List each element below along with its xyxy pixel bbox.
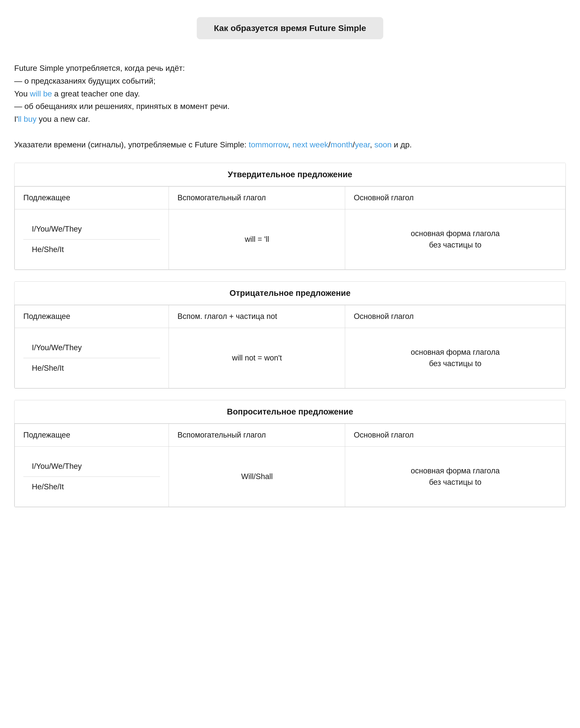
int-aux-cell: Will/Shall	[169, 446, 345, 507]
neg-main-line1: основная форма глагола	[411, 348, 500, 357]
neg-subject-cell: I/You/We/They He/She/It	[15, 328, 169, 388]
neg-col-subject: Подлежащее	[15, 305, 169, 328]
intro-line2: — о предсказаниях будущих событий;	[14, 75, 566, 87]
intro-line1: Future Simple употребляется, когда речь …	[14, 62, 566, 75]
int-subject-top: I/You/We/They	[23, 453, 160, 477]
aff-col-main: Основной глагол	[345, 186, 565, 209]
int-col-subject: Подлежащее	[15, 424, 169, 446]
negative-header: Отрицательное предложение	[15, 282, 565, 305]
neg-subject-top: I/You/We/They	[23, 335, 160, 358]
intro-line3-post: a great teacher one day.	[52, 89, 140, 98]
negative-header-row: Подлежащее Вспом. глагол + частица not О…	[15, 305, 565, 328]
affirmative-header: Утвердительное предложение	[15, 163, 565, 186]
aff-main-cell: основная форма глагола без частицы to	[345, 209, 565, 269]
intro-line3-pre: You	[14, 89, 30, 98]
intro-will-be: will be	[30, 89, 52, 98]
int-col-aux: Вспомогательный глагол	[169, 424, 345, 446]
neg-subject-bottom: He/She/It	[23, 358, 160, 381]
intro-signals: Указатели времени (сигналы), употребляем…	[14, 138, 566, 151]
aff-aux-cell: will = 'll	[169, 209, 345, 269]
signal-soon: soon	[375, 140, 392, 149]
negative-data-row: I/You/We/They He/She/It will not = won't…	[15, 328, 565, 388]
intro-ll-buy: ll buy	[18, 115, 36, 124]
signal-year: year	[355, 140, 370, 149]
intro-line5: I'll buy you a new car.	[14, 113, 566, 126]
affirmative-section: Утвердительное предложение Подлежащее Вс…	[14, 163, 566, 270]
int-col-main: Основной глагол	[345, 424, 565, 446]
interrogative-header-row: Подлежащее Вспомогательный глагол Основн…	[15, 424, 565, 446]
neg-main-cell: основная форма глагола без частицы to	[345, 328, 565, 388]
aff-col-subject: Подлежащее	[15, 186, 169, 209]
affirmative-table: Подлежащее Вспомогательный глагол Основн…	[15, 186, 565, 270]
intro-signals-pre: Указатели времени (сигналы), употребляем…	[14, 140, 249, 149]
aff-subject-top: I/You/We/They	[23, 216, 160, 239]
intro-line5-pre: I'	[14, 115, 18, 124]
intro-section: Future Simple употребляется, когда речь …	[14, 62, 566, 151]
intro-line5-post: you a new car.	[37, 115, 90, 124]
affirmative-data-row: I/You/We/They He/She/It will = 'll основ…	[15, 209, 565, 269]
neg-col-aux: Вспом. глагол + частица not	[169, 305, 345, 328]
signal-month: month	[331, 140, 353, 149]
interrogative-table: Подлежащее Вспомогательный глагол Основн…	[15, 424, 565, 507]
neg-main-line2: без частицы to	[429, 359, 481, 368]
aff-col-aux: Вспомогательный глагол	[169, 186, 345, 209]
int-main-line1: основная форма глагола	[411, 467, 500, 475]
intro-line3: You will be a great teacher one day.	[14, 87, 566, 100]
int-main-line2: без частицы to	[429, 478, 481, 487]
negative-section: Отрицательное предложение Подлежащее Всп…	[14, 281, 566, 389]
neg-col-main: Основной глагол	[345, 305, 565, 328]
signal-next-week: next week	[293, 140, 328, 149]
int-subject-cell: I/You/We/They He/She/It	[15, 446, 169, 507]
neg-aux-cell: will not = won't	[169, 328, 345, 388]
page-title: Как образуется время Future Simple	[197, 17, 383, 39]
int-subject-bottom: He/She/It	[23, 477, 160, 500]
interrogative-header: Вопросительное предложение	[15, 400, 565, 424]
aff-subject-cell: I/You/We/They He/She/It	[15, 209, 169, 269]
aff-subject-bottom: He/She/It	[23, 239, 160, 263]
aff-main-line2: без частицы to	[429, 241, 481, 249]
signal-tommorrow: tommorrow	[249, 140, 288, 149]
interrogative-data-row: I/You/We/They He/She/It Will/Shall основ…	[15, 446, 565, 507]
interrogative-section: Вопросительное предложение Подлежащее Вс…	[14, 400, 566, 507]
int-main-cell: основная форма глагола без частицы to	[345, 446, 565, 507]
negative-table: Подлежащее Вспом. глагол + частица not О…	[15, 305, 565, 388]
intro-line4: — об обещаниях или решениях, принятых в …	[14, 100, 566, 113]
aff-main-line1: основная форма глагола	[411, 229, 500, 238]
affirmative-header-row: Подлежащее Вспомогательный глагол Основн…	[15, 186, 565, 209]
